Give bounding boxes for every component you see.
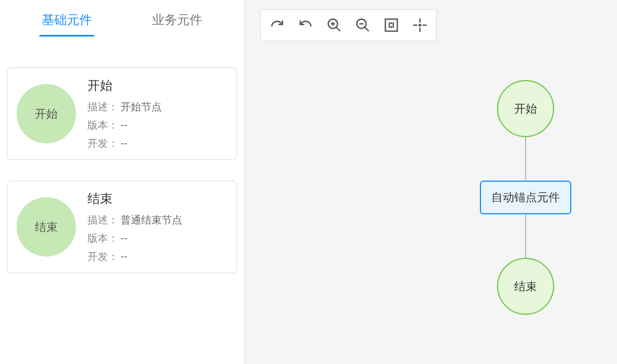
canvas-toolbar [261, 9, 436, 41]
flow-diagram: 开始 自动锚点元件 结束 [468, 80, 583, 315]
svg-point-11 [391, 27, 391, 27]
desc-value: 普通结束节点 [121, 214, 182, 226]
component-info: 结束 描述：普通结束节点 版本：-- 开发：-- [87, 190, 182, 263]
center-button[interactable] [410, 15, 430, 35]
component-dev-row: 开发：-- [87, 250, 182, 263]
svg-point-16 [419, 25, 421, 26]
flow-edge [525, 214, 526, 258]
flow-edge [525, 137, 526, 181]
version-label: 版本： [87, 119, 118, 131]
component-version-row: 版本：-- [87, 231, 182, 245]
version-value: -- [121, 233, 127, 244]
redo-icon [269, 17, 285, 33]
component-info: 开始 描述：开始节点 版本：-- 开发：-- [87, 77, 162, 150]
component-card-end[interactable]: 结束 结束 描述：普通结束节点 版本：-- 开发：-- [7, 181, 237, 273]
sidebar-content: 开始 开始 描述：开始节点 版本：-- 开发：-- 结束 结束 [0, 40, 244, 287]
tab-business-components[interactable]: 业务元件 [150, 6, 205, 34]
version-value: -- [121, 119, 127, 131]
undo-button[interactable] [295, 15, 316, 35]
flow-node-auto-anchor[interactable]: 自动锚点元件 [480, 181, 571, 214]
undo-icon [298, 17, 314, 33]
start-node-thumb: 开始 [17, 84, 76, 143]
zoom-out-button[interactable] [352, 15, 373, 35]
component-card-start[interactable]: 开始 开始 描述：开始节点 版本：-- 开发：-- [7, 67, 237, 160]
desc-label: 描述： [87, 101, 118, 113]
zoom-out-icon [355, 17, 371, 33]
tab-basic-components[interactable]: 基础元件 [39, 6, 94, 34]
center-icon [412, 17, 428, 33]
end-node-thumb: 结束 [17, 197, 76, 257]
component-title: 开始 [87, 77, 162, 94]
svg-rect-7 [386, 19, 398, 31]
component-dev-row: 开发：-- [87, 137, 162, 150]
svg-line-5 [365, 27, 369, 31]
zoom-in-icon [326, 17, 342, 33]
component-title: 结束 [87, 190, 182, 207]
component-version-row: 版本：-- [87, 118, 162, 132]
desc-value: 开始节点 [121, 101, 162, 113]
desc-label: 描述： [87, 214, 118, 226]
dev-value: -- [121, 138, 127, 149]
dev-label: 开发： [87, 138, 118, 149]
flow-node-end[interactable]: 结束 [497, 258, 554, 315]
flow-node-start[interactable]: 开始 [497, 80, 554, 137]
sidebar: 基础元件 业务元件 开始 开始 描述：开始节点 版本：-- 开发：-- [0, 0, 245, 364]
zoom-in-button[interactable] [324, 15, 344, 35]
version-label: 版本： [87, 233, 118, 244]
redo-button[interactable] [267, 15, 287, 35]
dev-value: -- [121, 251, 127, 262]
start-node-thumb-label: 开始 [35, 106, 58, 122]
svg-point-10 [391, 23, 391, 23]
canvas[interactable]: 开始 自动锚点元件 结束 [245, 0, 617, 364]
dev-label: 开发： [87, 251, 118, 262]
fit-1-1-icon [383, 17, 399, 33]
component-desc-row: 描述：普通结束节点 [87, 213, 182, 227]
component-desc-row: 描述：开始节点 [87, 100, 162, 114]
fit-1-1-button[interactable] [381, 15, 402, 35]
svg-line-1 [336, 27, 340, 31]
end-node-thumb-label: 结束 [35, 219, 58, 235]
sidebar-tabs: 基础元件 业务元件 [0, 0, 244, 40]
